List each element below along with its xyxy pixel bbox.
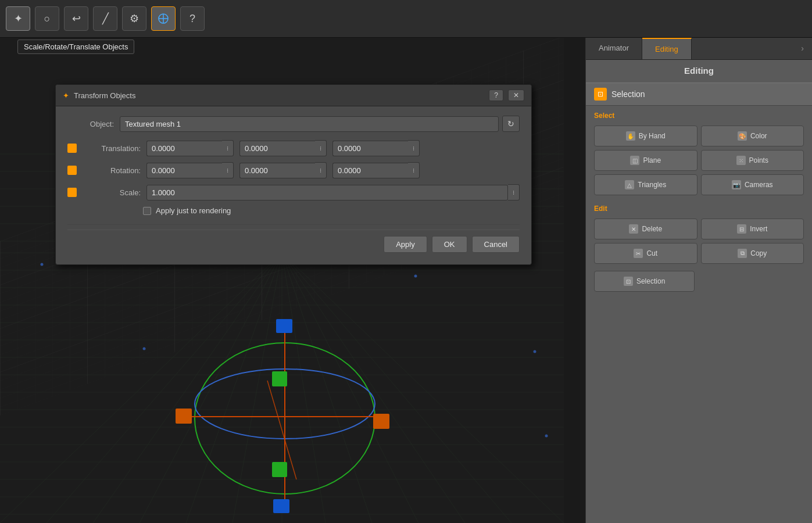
line-tool-icon[interactable]: ╱ xyxy=(93,6,117,31)
panel-title: Editing xyxy=(586,60,812,83)
rotation-label: Rotation: xyxy=(83,166,141,175)
divider xyxy=(67,224,520,225)
translation-x-group: ⁝ xyxy=(146,140,234,156)
scale-spin[interactable]: ⁝ xyxy=(508,184,520,200)
rendering-checkbox-label: Apply just to rendering xyxy=(156,206,231,215)
object-name-input[interactable] xyxy=(120,116,499,132)
question-icon[interactable]: ? xyxy=(180,6,205,31)
rotation-x-input[interactable] xyxy=(146,163,222,178)
circle-tool-icon[interactable]: ○ xyxy=(35,6,59,31)
rotation-z-group: ⁝ xyxy=(332,162,420,178)
edit-group-label: Edit xyxy=(586,199,812,215)
edit-button-grid: ✕ Delete ⊟ Invert ✂ Cut ⧉ Copy xyxy=(586,215,812,267)
delete-icon: ✕ xyxy=(629,224,638,234)
rotation-y-spin[interactable]: ⁝ xyxy=(315,162,327,178)
triangles-button[interactable]: △ Triangles xyxy=(594,174,697,195)
svg-point-54 xyxy=(143,348,146,350)
svg-point-53 xyxy=(41,263,44,266)
dialog-footer: Apply OK Cancel xyxy=(67,230,520,253)
panel-tabs: Animator Editing › xyxy=(586,38,812,60)
cut-button[interactable]: ✂ Cut xyxy=(594,243,697,264)
plane-button[interactable]: ◫ Plane xyxy=(594,150,697,171)
rendering-checkbox[interactable] xyxy=(143,207,151,215)
dialog-icon: ✦ xyxy=(63,91,69,100)
by-hand-button[interactable]: ✋ By Hand xyxy=(594,126,697,146)
svg-rect-52 xyxy=(272,462,287,477)
rendering-checkbox-row: Apply just to rendering xyxy=(143,206,520,215)
color-button[interactable]: 🎨 Color xyxy=(701,126,804,146)
cancel-button[interactable]: Cancel xyxy=(472,236,520,253)
translation-checkbox[interactable] xyxy=(67,144,77,153)
rotation-x-spin[interactable]: ⁝ xyxy=(222,162,234,178)
cut-icon: ✂ xyxy=(634,249,643,258)
rotation-z-input[interactable] xyxy=(332,163,408,178)
transform-dialog: ✦ Transform Objects ? ✕ Object: ↻ Transl… xyxy=(55,84,532,265)
scale-row: Scale: ⁝ xyxy=(67,184,520,200)
scale-input[interactable] xyxy=(146,185,508,200)
points-button[interactable]: ⁙ Points xyxy=(701,150,804,171)
color-icon: 🎨 xyxy=(738,131,747,141)
translation-label: Translation: xyxy=(83,144,141,153)
translation-z-group: ⁝ xyxy=(332,140,420,156)
rotation-y-input[interactable] xyxy=(239,163,315,178)
rotation-z-spin[interactable]: ⁝ xyxy=(408,162,420,178)
dialog-help-btn[interactable]: ? xyxy=(489,89,503,101)
translation-x-spin[interactable]: ⁝ xyxy=(222,140,234,156)
by-hand-icon: ✋ xyxy=(626,131,635,141)
svg-point-57 xyxy=(545,435,548,438)
undo-icon[interactable]: ↩ xyxy=(64,6,88,31)
selection-button[interactable]: ⊡ Selection xyxy=(594,271,695,292)
rotation-row: Rotation: ⁝ ⁝ ⁝ xyxy=(67,162,520,178)
selection-label: Selection xyxy=(611,89,645,99)
svg-point-56 xyxy=(534,350,536,353)
svg-rect-47 xyxy=(276,319,292,333)
select-button-grid: ✋ By Hand 🎨 Color ◫ Plane ⁙ Points △ Tri… xyxy=(586,122,812,199)
svg-rect-50 xyxy=(373,414,389,429)
object-field-label: Object: xyxy=(67,120,114,128)
invert-icon: ⊟ xyxy=(737,224,746,234)
translation-row: Translation: ⁝ ⁝ ⁝ xyxy=(67,140,520,156)
toolbar-tooltip: Scale/Rotate/Translate Objects xyxy=(17,40,134,54)
scale-label: Scale: xyxy=(83,188,141,197)
invert-button[interactable]: ⊟ Invert xyxy=(701,218,804,239)
dialog-close-btn[interactable]: ✕ xyxy=(508,89,524,101)
transform-icon[interactable] xyxy=(151,6,176,31)
translation-y-spin[interactable]: ⁝ xyxy=(315,140,327,156)
rotation-y-group: ⁝ xyxy=(239,162,327,178)
dialog-title: Transform Objects xyxy=(74,91,135,100)
selection-section-header: ⊡ Selection xyxy=(586,83,812,106)
dialog-body: Object: ↻ Translation: ⁝ ⁝ xyxy=(56,106,531,264)
translation-y-group: ⁝ xyxy=(239,140,327,156)
triangles-icon: △ xyxy=(625,180,634,189)
selection-icon: ⊡ xyxy=(594,88,607,101)
tab-animator[interactable]: Animator xyxy=(586,38,642,59)
plane-icon: ◫ xyxy=(630,156,639,165)
rotation-checkbox[interactable] xyxy=(67,166,77,175)
translation-z-input[interactable] xyxy=(332,141,408,156)
svg-rect-48 xyxy=(273,499,289,513)
rotation-x-group: ⁝ xyxy=(146,162,234,178)
viewport[interactable]: ✦ Transform Objects ? ✕ Object: ↻ Transl… xyxy=(0,38,564,523)
points-icon: ⁙ xyxy=(736,156,746,165)
right-panel: Animator Editing › Editing ⊡ Selection S… xyxy=(585,38,812,523)
translation-y-input[interactable] xyxy=(239,141,315,156)
cameras-icon: 📷 xyxy=(732,180,741,189)
translation-z-spin[interactable]: ⁝ xyxy=(408,140,420,156)
copy-icon: ⧉ xyxy=(738,249,747,258)
panel-close-btn[interactable]: › xyxy=(793,38,812,59)
selection-btn-icon: ⊡ xyxy=(624,277,633,286)
translation-x-input[interactable] xyxy=(146,141,222,156)
svg-point-55 xyxy=(414,275,417,278)
wrench-icon[interactable]: ⚙ xyxy=(122,6,146,31)
copy-button[interactable]: ⧉ Copy xyxy=(701,243,804,264)
svg-rect-51 xyxy=(272,371,287,386)
cameras-button[interactable]: 📷 Cameras xyxy=(701,174,804,195)
refresh-btn[interactable]: ↻ xyxy=(502,116,520,132)
scale-checkbox[interactable] xyxy=(67,188,77,197)
ok-button[interactable]: OK xyxy=(432,236,467,253)
tab-editing[interactable]: Editing xyxy=(642,38,692,59)
logo-icon[interactable]: ✦ xyxy=(6,6,30,31)
delete-button[interactable]: ✕ Delete xyxy=(594,218,697,239)
apply-button[interactable]: Apply xyxy=(384,236,427,253)
toolbar: ✦ ○ ↩ ╱ ⚙ ? xyxy=(0,0,812,38)
